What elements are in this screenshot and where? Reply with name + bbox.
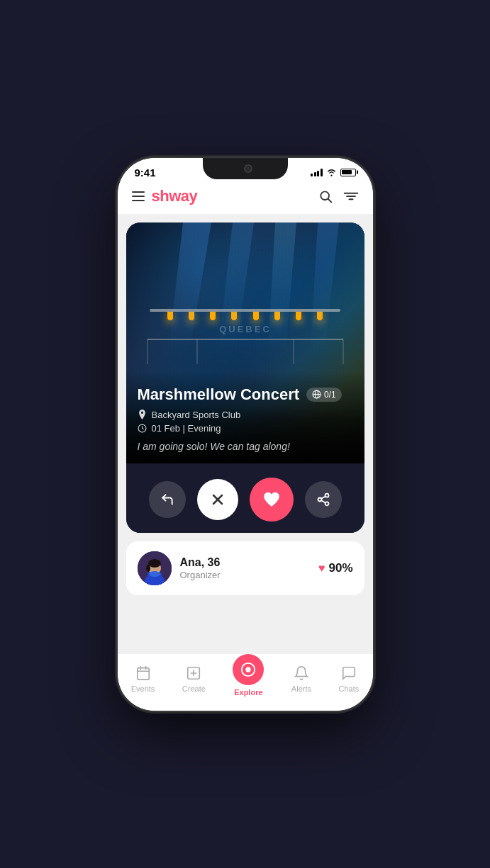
svg-point-31: [146, 565, 150, 572]
nav-label-create: Create: [182, 684, 206, 693]
close-icon: [209, 491, 226, 508]
like-button[interactable]: [250, 478, 294, 522]
event-card: QUEBEC Marshmellow Concert: [126, 222, 364, 533]
nav-item-explore[interactable]: Explore: [225, 661, 271, 697]
nav-item-alerts[interactable]: Alerts: [284, 665, 318, 693]
hamburger-menu-button[interactable]: [132, 191, 145, 201]
event-meta: Backyard Sports Club 01 Feb | Evening: [138, 410, 353, 434]
phone-frame: 9:41: [118, 158, 373, 711]
undo-button[interactable]: [149, 481, 186, 518]
location-icon: [138, 410, 147, 419]
calendar-icon: [135, 665, 152, 682]
share-icon: [316, 492, 330, 507]
svg-point-41: [247, 667, 251, 672]
heart-like-icon: [262, 491, 281, 508]
main-content: QUEBEC Marshmellow Concert: [118, 214, 373, 653]
svg-point-30: [148, 559, 161, 568]
filter-button[interactable]: [343, 188, 359, 204]
nav-label-events: Events: [131, 684, 155, 693]
undo-icon: [160, 492, 174, 507]
search-button[interactable]: [318, 188, 333, 204]
battery-icon: [340, 169, 356, 176]
nav-label-explore: Explore: [234, 688, 262, 697]
profile-role: Organizer: [180, 570, 221, 580]
svg-marker-5: [169, 222, 211, 350]
phone-screen: 9:41: [118, 158, 373, 711]
app-logo: shway: [152, 187, 198, 205]
event-location: Backyard Sports Club: [152, 410, 241, 420]
match-score-text: 90%: [328, 561, 352, 575]
action-buttons: [126, 463, 364, 533]
create-icon: [185, 665, 202, 682]
event-datetime: 01 Feb | Evening: [152, 423, 221, 434]
svg-marker-8: [311, 222, 339, 350]
nav-item-events[interactable]: Events: [124, 665, 162, 693]
event-image: QUEBEC Marshmellow Concert: [126, 222, 364, 463]
chats-icon: [340, 665, 357, 682]
svg-text:QUEBEC: QUEBEC: [219, 324, 272, 334]
match-score: ♥ 90%: [318, 561, 353, 575]
close-button[interactable]: [197, 479, 238, 520]
share-button[interactable]: [305, 481, 342, 518]
event-badge: 0/1: [306, 388, 342, 402]
notch-camera: [244, 164, 252, 173]
avatar: [138, 551, 172, 585]
nav-label-alerts: Alerts: [291, 684, 311, 693]
svg-point-32: [149, 571, 160, 577]
wifi-icon: [326, 168, 337, 176]
event-description: I am going solo! We can tag along!: [138, 441, 353, 452]
notch: [203, 158, 288, 179]
svg-line-24: [321, 500, 325, 502]
event-overlay: Marshmellow Concert 0/1: [126, 371, 364, 463]
nav-label-chats: Chats: [338, 684, 359, 693]
globe-icon: [312, 390, 321, 399]
profile-name: Ana, 36: [180, 556, 221, 569]
alerts-icon: [293, 665, 310, 682]
nav-item-create[interactable]: Create: [175, 665, 213, 693]
svg-line-1: [328, 198, 331, 202]
nav-item-chats[interactable]: Chats: [331, 665, 366, 693]
event-title: Marshmellow Concert: [138, 385, 300, 404]
svg-marker-7: [268, 222, 296, 350]
svg-rect-33: [137, 667, 149, 680]
match-heart-icon: ♥: [318, 562, 325, 575]
signal-bars-icon: [311, 168, 323, 176]
bottom-nav: Events Create: [118, 653, 373, 711]
app-header: shway: [118, 181, 373, 214]
explore-icon: [233, 654, 264, 685]
event-badge-text: 0/1: [324, 390, 336, 400]
profile-section: Ana, 36 Organizer ♥ 90%: [126, 541, 364, 595]
status-time: 9:41: [135, 167, 156, 179]
svg-line-25: [321, 496, 325, 498]
status-icons: [311, 168, 356, 176]
clock-icon: [138, 423, 147, 433]
